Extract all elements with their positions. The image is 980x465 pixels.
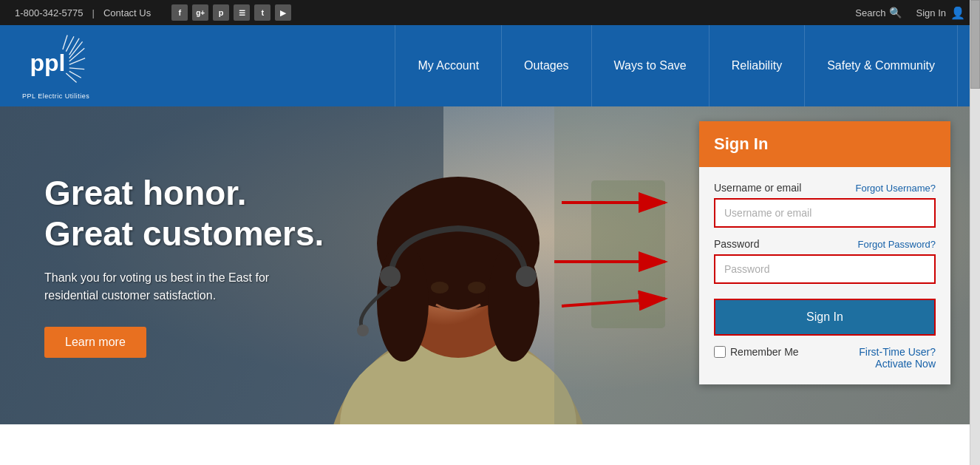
signin-top-label: Sign In: [916, 7, 946, 18]
user-icon: 👤: [950, 6, 965, 20]
password-label-row: Password Forgot Password?: [714, 238, 936, 250]
svg-line-4: [62, 35, 67, 50]
scrollbar-thumb[interactable]: [970, 0, 980, 89]
logo-subtitle: PPL Electric Utilities: [22, 92, 89, 100]
hero-content: Great honor. Great customers. Thank you …: [0, 173, 370, 358]
activate-now-link[interactable]: Activate Now: [859, 358, 936, 370]
username-label-row: Username or email Forgot Username?: [714, 182, 936, 194]
signin-footer: Remember Me First-Time User? Activate No…: [714, 346, 936, 370]
signin-panel-header: Sign In: [699, 121, 950, 167]
nav-outages[interactable]: Outages: [502, 25, 591, 106]
nav-reliability[interactable]: Reliability: [710, 25, 805, 106]
top-bar-right: Search 🔍 Sign In 👤: [855, 6, 965, 20]
search-label: Search: [855, 7, 885, 18]
search-icon: 🔍: [889, 7, 902, 18]
signin-panel: Sign In Username or email Forgot Usernam…: [699, 121, 950, 384]
hero-title-line1: Great honor.: [44, 174, 246, 212]
social-icons-group: f g+ p ☰ t ▶: [171, 4, 291, 21]
youtube-icon[interactable]: ▶: [275, 4, 291, 21]
password-input[interactable]: [714, 254, 936, 284]
nav-safety-community[interactable]: Safety & Community: [805, 25, 958, 106]
main-nav: My Account Outages Ways to Save Reliabil…: [395, 25, 958, 106]
svg-line-7: [69, 71, 81, 78]
scrollbar[interactable]: [970, 0, 980, 424]
top-bar-left: 1-800-342-5775 | Contact Us f g+ p ☰ t ▶: [15, 4, 291, 21]
hero-section: Great honor. Great customers. Thank you …: [0, 106, 980, 424]
facebook-icon[interactable]: f: [171, 4, 188, 21]
pinterest-icon[interactable]: p: [213, 4, 229, 21]
signin-button[interactable]: Sign In: [714, 299, 936, 336]
signin-top-link[interactable]: Sign In 👤: [916, 6, 965, 20]
svg-line-6: [69, 68, 84, 69]
phone-link[interactable]: 1-800-342-5775: [15, 7, 84, 18]
hero-title-line2: Great customers.: [44, 214, 324, 253]
remember-me-text: Remember Me: [730, 346, 799, 358]
googleplus-icon[interactable]: g+: [192, 4, 208, 21]
password-label: Password: [714, 238, 759, 250]
remember-me-label[interactable]: Remember Me: [714, 346, 799, 358]
first-time-section: First-Time User? Activate Now: [859, 346, 936, 370]
forgot-password-link[interactable]: Forgot Password?: [858, 239, 936, 250]
forgot-username-link[interactable]: Forgot Username?: [856, 183, 936, 194]
contact-us-link[interactable]: Contact Us: [103, 7, 151, 18]
signin-title: Sign In: [714, 135, 768, 153]
logo-circle: ppl: [27, 32, 86, 91]
ppl-logo-svg: ppl: [27, 32, 86, 91]
nav-ways-to-save[interactable]: Ways to Save: [592, 25, 710, 106]
first-time-user-link[interactable]: First-Time User?: [859, 346, 936, 358]
header: ppl PPL Electric Utilities My Account Ou…: [0, 25, 980, 106]
signin-body: Username or email Forgot Username? Passw…: [699, 167, 950, 384]
username-input[interactable]: [714, 198, 936, 228]
svg-text:ppl: ppl: [30, 50, 65, 76]
nav-my-account[interactable]: My Account: [395, 25, 502, 106]
remember-me-checkbox[interactable]: [714, 346, 726, 358]
hero-subtitle: Thank you for voting us best in the East…: [44, 269, 325, 305]
hero-title: Great honor. Great customers.: [44, 173, 325, 254]
password-field-row: Password Forgot Password?: [714, 238, 936, 284]
search-button[interactable]: Search 🔍: [855, 7, 901, 18]
username-label: Username or email: [714, 182, 801, 194]
logo-area[interactable]: ppl PPL Electric Utilities: [22, 32, 89, 100]
rss-icon[interactable]: ☰: [234, 4, 250, 21]
separator: |: [92, 7, 95, 18]
learn-more-button[interactable]: Learn more: [44, 327, 146, 358]
twitter-icon[interactable]: t: [254, 4, 270, 21]
top-bar: 1-800-342-5775 | Contact Us f g+ p ☰ t ▶…: [0, 0, 980, 25]
username-field-row: Username or email Forgot Username?: [714, 182, 936, 228]
